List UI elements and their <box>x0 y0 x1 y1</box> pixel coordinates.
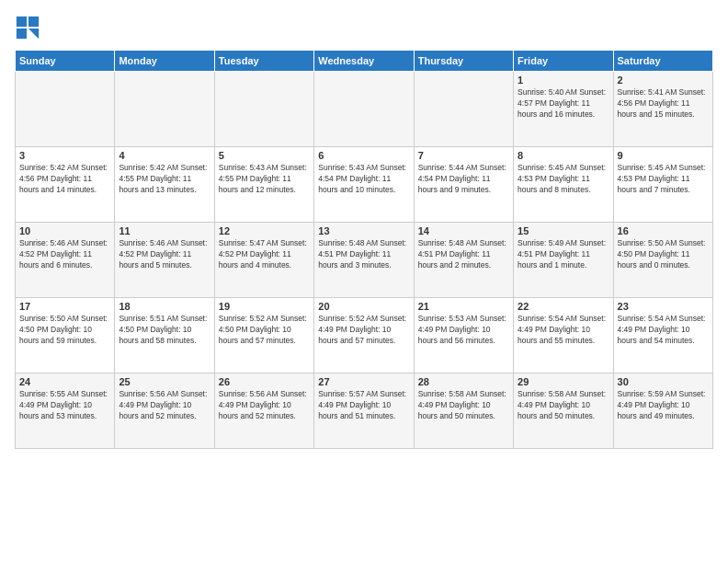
calendar-cell: 21Sunrise: 5:53 AM Sunset: 4:49 PM Dayli… <box>414 298 513 373</box>
calendar-cell: 3Sunrise: 5:42 AM Sunset: 4:56 PM Daylig… <box>16 147 115 223</box>
cell-content: Sunrise: 5:52 AM Sunset: 4:50 PM Dayligh… <box>219 314 310 347</box>
calendar-cell: 2Sunrise: 5:41 AM Sunset: 4:56 PM Daylig… <box>613 72 712 147</box>
calendar-cell: 18Sunrise: 5:51 AM Sunset: 4:50 PM Dayli… <box>115 298 214 373</box>
cell-content: Sunrise: 5:48 AM Sunset: 4:51 PM Dayligh… <box>318 238 409 271</box>
cell-content: Sunrise: 5:56 AM Sunset: 4:49 PM Dayligh… <box>119 389 210 422</box>
day-number: 8 <box>518 150 609 161</box>
cell-content: Sunrise: 5:57 AM Sunset: 4:49 PM Dayligh… <box>318 389 409 422</box>
calendar-cell: 17Sunrise: 5:50 AM Sunset: 4:50 PM Dayli… <box>16 298 115 373</box>
week-row: 17Sunrise: 5:50 AM Sunset: 4:50 PM Dayli… <box>16 298 713 373</box>
calendar-table: SundayMondayTuesdayWednesdayThursdayFrid… <box>15 50 713 449</box>
week-row: 10Sunrise: 5:46 AM Sunset: 4:52 PM Dayli… <box>16 223 713 298</box>
cell-content: Sunrise: 5:58 AM Sunset: 4:49 PM Dayligh… <box>418 389 509 422</box>
day-number: 1 <box>518 75 609 86</box>
cell-content: Sunrise: 5:48 AM Sunset: 4:51 PM Dayligh… <box>418 238 509 271</box>
calendar-cell: 9Sunrise: 5:45 AM Sunset: 4:53 PM Daylig… <box>613 147 712 223</box>
cell-content: Sunrise: 5:56 AM Sunset: 4:49 PM Dayligh… <box>219 389 310 422</box>
svg-rect-0 <box>17 17 27 27</box>
cell-content: Sunrise: 5:43 AM Sunset: 4:54 PM Dayligh… <box>318 163 409 196</box>
day-number: 19 <box>219 301 310 312</box>
cell-content: Sunrise: 5:42 AM Sunset: 4:55 PM Dayligh… <box>119 163 210 196</box>
day-number: 13 <box>318 225 409 236</box>
day-number: 14 <box>418 225 509 236</box>
calendar-cell: 12Sunrise: 5:47 AM Sunset: 4:52 PM Dayli… <box>214 223 313 298</box>
day-number: 3 <box>19 150 110 161</box>
header-row: SundayMondayTuesdayWednesdayThursdayFrid… <box>16 51 713 72</box>
svg-rect-1 <box>28 17 39 27</box>
calendar-cell: 10Sunrise: 5:46 AM Sunset: 4:52 PM Dayli… <box>16 223 115 298</box>
logo <box>15 15 44 40</box>
cell-content: Sunrise: 5:47 AM Sunset: 4:52 PM Dayligh… <box>219 238 310 271</box>
day-number: 7 <box>418 150 509 161</box>
calendar-cell: 28Sunrise: 5:58 AM Sunset: 4:49 PM Dayli… <box>414 373 513 449</box>
calendar-cell <box>214 72 313 147</box>
cell-content: Sunrise: 5:43 AM Sunset: 4:55 PM Dayligh… <box>219 163 310 196</box>
calendar-cell: 30Sunrise: 5:59 AM Sunset: 4:49 PM Dayli… <box>613 373 712 449</box>
day-number: 30 <box>618 376 709 387</box>
day-number: 4 <box>119 150 210 161</box>
col-header-thursday: Thursday <box>414 51 513 72</box>
day-number: 18 <box>119 301 210 312</box>
day-number: 5 <box>219 150 310 161</box>
day-number: 12 <box>219 225 310 236</box>
cell-content: Sunrise: 5:46 AM Sunset: 4:52 PM Dayligh… <box>19 238 110 271</box>
svg-marker-3 <box>28 29 39 39</box>
page-header <box>15 15 713 40</box>
cell-content: Sunrise: 5:59 AM Sunset: 4:49 PM Dayligh… <box>618 389 709 422</box>
day-number: 27 <box>318 376 409 387</box>
calendar-cell: 16Sunrise: 5:50 AM Sunset: 4:50 PM Dayli… <box>613 223 712 298</box>
day-number: 16 <box>618 225 709 236</box>
calendar-cell: 23Sunrise: 5:54 AM Sunset: 4:49 PM Dayli… <box>613 298 712 373</box>
calendar-cell: 20Sunrise: 5:52 AM Sunset: 4:49 PM Dayli… <box>314 298 414 373</box>
calendar-cell: 11Sunrise: 5:46 AM Sunset: 4:52 PM Dayli… <box>115 223 214 298</box>
cell-content: Sunrise: 5:45 AM Sunset: 4:53 PM Dayligh… <box>518 163 609 196</box>
day-number: 20 <box>318 301 409 312</box>
day-number: 11 <box>119 225 210 236</box>
day-number: 17 <box>19 301 110 312</box>
calendar-cell: 15Sunrise: 5:49 AM Sunset: 4:51 PM Dayli… <box>514 223 613 298</box>
week-row: 24Sunrise: 5:55 AM Sunset: 4:49 PM Dayli… <box>16 373 713 449</box>
calendar-cell: 25Sunrise: 5:56 AM Sunset: 4:49 PM Dayli… <box>115 373 214 449</box>
day-number: 22 <box>518 301 609 312</box>
calendar-cell <box>115 72 214 147</box>
day-number: 26 <box>219 376 310 387</box>
day-number: 6 <box>318 150 409 161</box>
col-header-tuesday: Tuesday <box>214 51 313 72</box>
cell-content: Sunrise: 5:55 AM Sunset: 4:49 PM Dayligh… <box>19 389 110 422</box>
calendar-cell: 14Sunrise: 5:48 AM Sunset: 4:51 PM Dayli… <box>414 223 513 298</box>
day-number: 29 <box>518 376 609 387</box>
day-number: 28 <box>418 376 509 387</box>
calendar-cell: 24Sunrise: 5:55 AM Sunset: 4:49 PM Dayli… <box>16 373 115 449</box>
cell-content: Sunrise: 5:41 AM Sunset: 4:56 PM Dayligh… <box>618 87 709 121</box>
cell-content: Sunrise: 5:49 AM Sunset: 4:51 PM Dayligh… <box>518 238 609 271</box>
col-header-sunday: Sunday <box>16 51 115 72</box>
day-number: 15 <box>518 225 609 236</box>
calendar-cell: 5Sunrise: 5:43 AM Sunset: 4:55 PM Daylig… <box>214 147 313 223</box>
day-number: 24 <box>19 376 110 387</box>
cell-content: Sunrise: 5:54 AM Sunset: 4:49 PM Dayligh… <box>518 314 609 347</box>
cell-content: Sunrise: 5:50 AM Sunset: 4:50 PM Dayligh… <box>618 238 709 271</box>
cell-content: Sunrise: 5:51 AM Sunset: 4:50 PM Dayligh… <box>119 314 210 347</box>
col-header-wednesday: Wednesday <box>314 51 414 72</box>
calendar-cell: 19Sunrise: 5:52 AM Sunset: 4:50 PM Dayli… <box>214 298 313 373</box>
cell-content: Sunrise: 5:50 AM Sunset: 4:50 PM Dayligh… <box>19 314 110 347</box>
calendar-cell: 7Sunrise: 5:44 AM Sunset: 4:54 PM Daylig… <box>414 147 513 223</box>
day-number: 21 <box>418 301 509 312</box>
calendar-cell <box>16 72 115 147</box>
cell-content: Sunrise: 5:58 AM Sunset: 4:49 PM Dayligh… <box>518 389 609 422</box>
cell-content: Sunrise: 5:46 AM Sunset: 4:52 PM Dayligh… <box>119 238 210 271</box>
cell-content: Sunrise: 5:53 AM Sunset: 4:49 PM Dayligh… <box>418 314 509 347</box>
calendar-cell: 1Sunrise: 5:40 AM Sunset: 4:57 PM Daylig… <box>514 72 613 147</box>
cell-content: Sunrise: 5:45 AM Sunset: 4:53 PM Dayligh… <box>618 163 709 196</box>
cell-content: Sunrise: 5:40 AM Sunset: 4:57 PM Dayligh… <box>518 87 609 121</box>
day-number: 23 <box>618 301 709 312</box>
day-number: 25 <box>119 376 210 387</box>
calendar-cell: 26Sunrise: 5:56 AM Sunset: 4:49 PM Dayli… <box>214 373 313 449</box>
calendar-cell: 6Sunrise: 5:43 AM Sunset: 4:54 PM Daylig… <box>314 147 414 223</box>
calendar-cell: 4Sunrise: 5:42 AM Sunset: 4:55 PM Daylig… <box>115 147 214 223</box>
calendar-cell: 13Sunrise: 5:48 AM Sunset: 4:51 PM Dayli… <box>314 223 414 298</box>
svg-rect-2 <box>17 29 27 39</box>
cell-content: Sunrise: 5:42 AM Sunset: 4:56 PM Dayligh… <box>19 163 110 196</box>
calendar-cell <box>414 72 513 147</box>
cell-content: Sunrise: 5:52 AM Sunset: 4:49 PM Dayligh… <box>318 314 409 347</box>
